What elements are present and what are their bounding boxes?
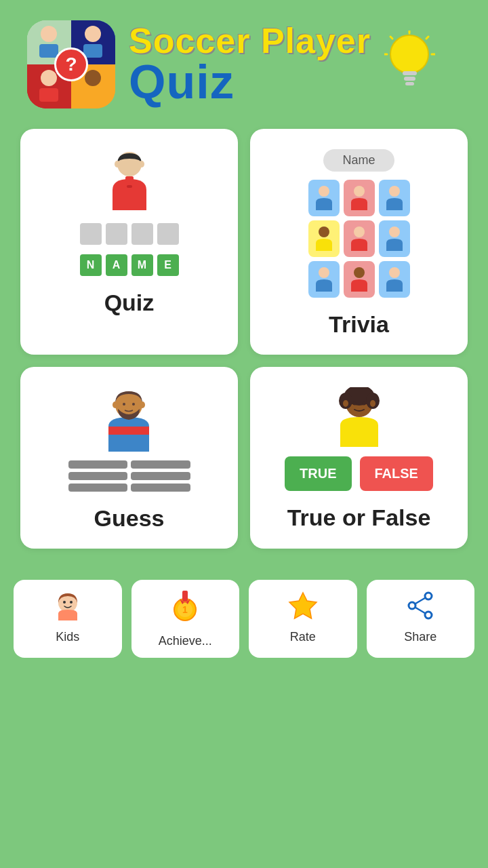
svg-point-1 <box>41 26 57 42</box>
player-mini-4 <box>308 220 340 257</box>
svg-point-40 <box>132 403 135 406</box>
trivia-label: Trivia <box>329 311 389 338</box>
text-line-3 <box>68 472 128 480</box>
svg-rect-13 <box>403 71 417 75</box>
empty-box-3 <box>131 223 153 245</box>
svg-point-61 <box>425 612 432 618</box>
player-mini-1 <box>308 180 340 216</box>
lightbulb-icon <box>384 31 435 99</box>
kids-label: Kids <box>56 630 79 644</box>
player-mini-3 <box>379 180 410 216</box>
svg-point-32 <box>319 267 329 278</box>
tof-card[interactable]: TRUE FALSE True or False <box>250 367 468 549</box>
tof-player-avatar <box>332 387 386 448</box>
svg-line-19 <box>390 37 392 39</box>
achievements-icon: 1 <box>170 591 200 629</box>
svg-point-7 <box>41 70 57 86</box>
svg-rect-22 <box>125 176 134 182</box>
app-icon-question: ? <box>54 47 88 81</box>
svg-rect-23 <box>127 185 132 188</box>
text-line-6 <box>131 484 190 492</box>
svg-line-64 <box>415 608 425 614</box>
svg-point-27 <box>354 186 365 197</box>
svg-point-60 <box>425 593 432 599</box>
svg-point-4 <box>85 26 101 42</box>
player-grid <box>308 180 410 298</box>
tof-label: True or False <box>287 505 431 531</box>
svg-point-26 <box>319 186 329 197</box>
empty-box-1 <box>80 223 102 245</box>
svg-point-39 <box>123 403 125 406</box>
empty-letter-boxes <box>80 223 179 245</box>
svg-point-42 <box>140 401 145 408</box>
svg-rect-2 <box>39 44 58 58</box>
true-button[interactable]: TRUE <box>285 456 351 491</box>
quiz-card[interactable]: N A M E Quiz <box>20 129 238 355</box>
achievements-label: Achieve... <box>159 634 212 648</box>
svg-point-41 <box>113 401 118 408</box>
svg-point-53 <box>70 601 73 604</box>
svg-rect-35 <box>108 427 149 435</box>
guess-label: Guess <box>94 505 165 532</box>
title-line2: Quiz <box>129 58 235 106</box>
player-mini-7 <box>308 261 340 298</box>
svg-rect-15 <box>405 82 414 85</box>
quiz-player-avatar <box>102 149 157 214</box>
player-mini-6 <box>379 220 410 257</box>
text-line-2 <box>131 460 190 469</box>
svg-line-17 <box>426 37 428 39</box>
nav-kids[interactable]: Kids <box>14 580 122 658</box>
name-pill: Name <box>323 149 394 172</box>
svg-rect-5 <box>83 44 102 58</box>
nav-achievements[interactable]: 1 Achieve... <box>131 580 240 658</box>
nav-share[interactable]: Share <box>367 580 475 658</box>
svg-point-49 <box>343 400 348 407</box>
share-icon <box>405 591 435 625</box>
header: ? Soccer Player Quiz <box>0 0 488 122</box>
quiz-illustration: N A M E <box>80 149 179 276</box>
svg-point-52 <box>63 601 66 604</box>
svg-point-33 <box>354 267 365 278</box>
guess-card[interactable]: Guess <box>20 367 238 549</box>
svg-rect-8 <box>39 88 58 102</box>
svg-marker-59 <box>289 593 317 618</box>
letter-a: A <box>106 254 127 276</box>
false-button[interactable]: FALSE <box>360 456 433 491</box>
svg-rect-57 <box>182 591 188 601</box>
guess-illustration <box>68 387 190 492</box>
nav-rate[interactable]: Rate <box>249 580 357 658</box>
text-line-4 <box>131 472 190 480</box>
svg-point-30 <box>354 226 365 237</box>
svg-text:1: 1 <box>182 604 188 615</box>
cards-grid: N A M E Quiz Name <box>0 122 488 562</box>
svg-point-28 <box>389 186 400 197</box>
player-mini-8 <box>344 261 375 298</box>
svg-rect-11 <box>83 88 102 102</box>
text-line-1 <box>68 460 128 469</box>
svg-point-34 <box>389 267 400 278</box>
svg-point-10 <box>85 70 101 86</box>
svg-rect-14 <box>404 77 415 81</box>
filled-letter-boxes: N A M E <box>80 254 179 276</box>
trivia-card[interactable]: Name <box>250 129 468 355</box>
svg-point-29 <box>319 226 329 237</box>
letter-n: N <box>80 254 102 276</box>
app-icon[interactable]: ? <box>27 20 115 108</box>
title-line1: Soccer Player <box>129 23 371 58</box>
svg-point-62 <box>409 602 415 609</box>
player-mini-9 <box>379 261 410 298</box>
svg-line-63 <box>415 598 425 604</box>
trivia-illustration: Name <box>308 149 410 298</box>
svg-point-24 <box>115 161 120 167</box>
kids-icon <box>53 591 83 625</box>
quiz-label: Quiz <box>104 290 155 316</box>
bottom-nav: Kids 1 Achieve... Rate <box>0 569 488 669</box>
guess-text-lines <box>68 460 190 492</box>
empty-box-2 <box>106 223 127 245</box>
svg-point-31 <box>389 226 400 237</box>
svg-point-25 <box>139 161 144 167</box>
svg-point-48 <box>362 402 365 406</box>
svg-point-12 <box>390 35 428 73</box>
player-mini-5 <box>344 220 375 257</box>
svg-point-50 <box>370 400 375 407</box>
